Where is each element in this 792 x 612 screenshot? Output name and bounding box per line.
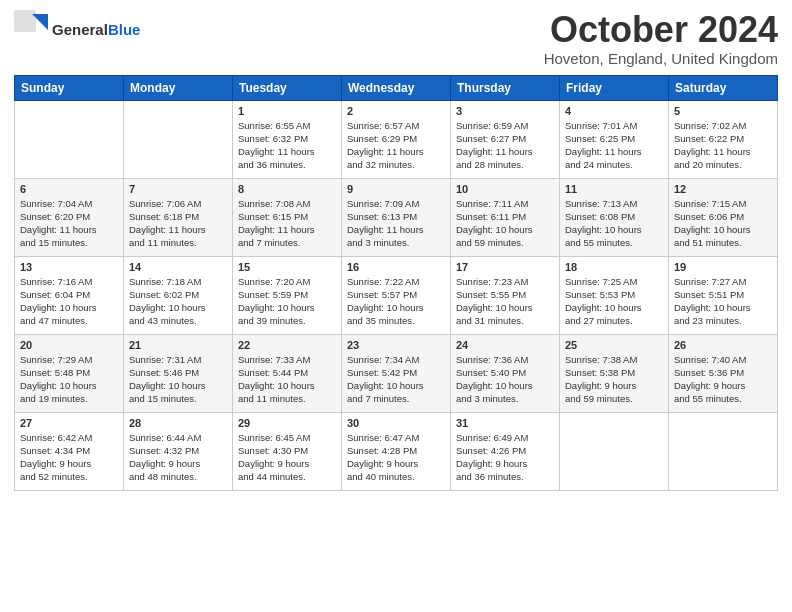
calendar-cell [124, 100, 233, 178]
day-number: 22 [238, 339, 336, 351]
day-info: Sunrise: 6:57 AM Sunset: 6:29 PM Dayligh… [347, 119, 445, 172]
day-info: Sunrise: 7:06 AM Sunset: 6:18 PM Dayligh… [129, 197, 227, 250]
day-number: 20 [20, 339, 118, 351]
day-number: 3 [456, 105, 554, 117]
calendar-cell: 7Sunrise: 7:06 AM Sunset: 6:18 PM Daylig… [124, 178, 233, 256]
day-number: 23 [347, 339, 445, 351]
day-info: Sunrise: 7:34 AM Sunset: 5:42 PM Dayligh… [347, 353, 445, 406]
calendar-week-row: 20Sunrise: 7:29 AM Sunset: 5:48 PM Dayli… [15, 334, 778, 412]
calendar-cell: 26Sunrise: 7:40 AM Sunset: 5:36 PM Dayli… [669, 334, 778, 412]
calendar-cell: 12Sunrise: 7:15 AM Sunset: 6:06 PM Dayli… [669, 178, 778, 256]
calendar-cell: 1Sunrise: 6:55 AM Sunset: 6:32 PM Daylig… [233, 100, 342, 178]
day-number: 12 [674, 183, 772, 195]
calendar-cell: 4Sunrise: 7:01 AM Sunset: 6:25 PM Daylig… [560, 100, 669, 178]
day-info: Sunrise: 7:04 AM Sunset: 6:20 PM Dayligh… [20, 197, 118, 250]
day-number: 15 [238, 261, 336, 273]
calendar-cell: 31Sunrise: 6:49 AM Sunset: 4:26 PM Dayli… [451, 412, 560, 490]
day-info: Sunrise: 6:59 AM Sunset: 6:27 PM Dayligh… [456, 119, 554, 172]
day-number: 29 [238, 417, 336, 429]
calendar-page: GeneralBlue October 2024 Hoveton, Englan… [0, 0, 792, 501]
calendar-cell: 10Sunrise: 7:11 AM Sunset: 6:11 PM Dayli… [451, 178, 560, 256]
day-info: Sunrise: 7:20 AM Sunset: 5:59 PM Dayligh… [238, 275, 336, 328]
day-number: 19 [674, 261, 772, 273]
day-number: 1 [238, 105, 336, 117]
calendar-cell: 23Sunrise: 7:34 AM Sunset: 5:42 PM Dayli… [342, 334, 451, 412]
day-info: Sunrise: 7:38 AM Sunset: 5:38 PM Dayligh… [565, 353, 663, 406]
calendar-cell: 14Sunrise: 7:18 AM Sunset: 6:02 PM Dayli… [124, 256, 233, 334]
calendar-cell [560, 412, 669, 490]
day-info: Sunrise: 7:01 AM Sunset: 6:25 PM Dayligh… [565, 119, 663, 172]
calendar-cell: 27Sunrise: 6:42 AM Sunset: 4:34 PM Dayli… [15, 412, 124, 490]
weekday-header: Monday [124, 75, 233, 100]
day-info: Sunrise: 7:33 AM Sunset: 5:44 PM Dayligh… [238, 353, 336, 406]
day-number: 4 [565, 105, 663, 117]
weekday-header: Tuesday [233, 75, 342, 100]
day-info: Sunrise: 6:45 AM Sunset: 4:30 PM Dayligh… [238, 431, 336, 484]
day-info: Sunrise: 7:40 AM Sunset: 5:36 PM Dayligh… [674, 353, 772, 406]
calendar-table: SundayMondayTuesdayWednesdayThursdayFrid… [14, 75, 778, 491]
day-info: Sunrise: 7:09 AM Sunset: 6:13 PM Dayligh… [347, 197, 445, 250]
day-info: Sunrise: 7:22 AM Sunset: 5:57 PM Dayligh… [347, 275, 445, 328]
day-info: Sunrise: 7:29 AM Sunset: 5:48 PM Dayligh… [20, 353, 118, 406]
calendar-cell: 18Sunrise: 7:25 AM Sunset: 5:53 PM Dayli… [560, 256, 669, 334]
day-number: 27 [20, 417, 118, 429]
title-block: October 2024 Hoveton, England, United Ki… [544, 10, 778, 67]
weekday-header: Saturday [669, 75, 778, 100]
calendar-cell: 21Sunrise: 7:31 AM Sunset: 5:46 PM Dayli… [124, 334, 233, 412]
day-info: Sunrise: 7:18 AM Sunset: 6:02 PM Dayligh… [129, 275, 227, 328]
day-number: 8 [238, 183, 336, 195]
calendar-cell: 2Sunrise: 6:57 AM Sunset: 6:29 PM Daylig… [342, 100, 451, 178]
day-number: 13 [20, 261, 118, 273]
logo-general: General [52, 21, 108, 38]
day-info: Sunrise: 7:08 AM Sunset: 6:15 PM Dayligh… [238, 197, 336, 250]
day-number: 17 [456, 261, 554, 273]
day-info: Sunrise: 6:49 AM Sunset: 4:26 PM Dayligh… [456, 431, 554, 484]
day-number: 2 [347, 105, 445, 117]
day-number: 24 [456, 339, 554, 351]
day-info: Sunrise: 7:11 AM Sunset: 6:11 PM Dayligh… [456, 197, 554, 250]
logo: GeneralBlue [14, 10, 140, 50]
day-info: Sunrise: 6:55 AM Sunset: 6:32 PM Dayligh… [238, 119, 336, 172]
calendar-cell: 6Sunrise: 7:04 AM Sunset: 6:20 PM Daylig… [15, 178, 124, 256]
day-number: 7 [129, 183, 227, 195]
weekday-header: Wednesday [342, 75, 451, 100]
day-info: Sunrise: 7:13 AM Sunset: 6:08 PM Dayligh… [565, 197, 663, 250]
day-number: 6 [20, 183, 118, 195]
weekday-header: Friday [560, 75, 669, 100]
calendar-week-row: 13Sunrise: 7:16 AM Sunset: 6:04 PM Dayli… [15, 256, 778, 334]
header: GeneralBlue October 2024 Hoveton, Englan… [14, 10, 778, 67]
calendar-cell: 24Sunrise: 7:36 AM Sunset: 5:40 PM Dayli… [451, 334, 560, 412]
day-number: 21 [129, 339, 227, 351]
calendar-cell: 20Sunrise: 7:29 AM Sunset: 5:48 PM Dayli… [15, 334, 124, 412]
calendar-cell: 29Sunrise: 6:45 AM Sunset: 4:30 PM Dayli… [233, 412, 342, 490]
day-number: 11 [565, 183, 663, 195]
day-info: Sunrise: 7:15 AM Sunset: 6:06 PM Dayligh… [674, 197, 772, 250]
day-info: Sunrise: 6:47 AM Sunset: 4:28 PM Dayligh… [347, 431, 445, 484]
calendar-cell: 8Sunrise: 7:08 AM Sunset: 6:15 PM Daylig… [233, 178, 342, 256]
calendar-week-row: 1Sunrise: 6:55 AM Sunset: 6:32 PM Daylig… [15, 100, 778, 178]
day-number: 5 [674, 105, 772, 117]
day-number: 30 [347, 417, 445, 429]
day-info: Sunrise: 6:42 AM Sunset: 4:34 PM Dayligh… [20, 431, 118, 484]
calendar-header-row: SundayMondayTuesdayWednesdayThursdayFrid… [15, 75, 778, 100]
weekday-header: Thursday [451, 75, 560, 100]
day-info: Sunrise: 7:31 AM Sunset: 5:46 PM Dayligh… [129, 353, 227, 406]
calendar-cell: 30Sunrise: 6:47 AM Sunset: 4:28 PM Dayli… [342, 412, 451, 490]
location: Hoveton, England, United Kingdom [544, 50, 778, 67]
day-number: 10 [456, 183, 554, 195]
calendar-cell: 28Sunrise: 6:44 AM Sunset: 4:32 PM Dayli… [124, 412, 233, 490]
calendar-cell: 13Sunrise: 7:16 AM Sunset: 6:04 PM Dayli… [15, 256, 124, 334]
calendar-week-row: 6Sunrise: 7:04 AM Sunset: 6:20 PM Daylig… [15, 178, 778, 256]
day-info: Sunrise: 7:27 AM Sunset: 5:51 PM Dayligh… [674, 275, 772, 328]
day-number: 28 [129, 417, 227, 429]
day-info: Sunrise: 6:44 AM Sunset: 4:32 PM Dayligh… [129, 431, 227, 484]
calendar-cell: 17Sunrise: 7:23 AM Sunset: 5:55 PM Dayli… [451, 256, 560, 334]
calendar-cell: 16Sunrise: 7:22 AM Sunset: 5:57 PM Dayli… [342, 256, 451, 334]
day-info: Sunrise: 7:23 AM Sunset: 5:55 PM Dayligh… [456, 275, 554, 328]
day-info: Sunrise: 7:16 AM Sunset: 6:04 PM Dayligh… [20, 275, 118, 328]
month-title: October 2024 [544, 10, 778, 50]
weekday-header: Sunday [15, 75, 124, 100]
day-info: Sunrise: 7:36 AM Sunset: 5:40 PM Dayligh… [456, 353, 554, 406]
day-number: 26 [674, 339, 772, 351]
logo-blue: Blue [108, 21, 141, 38]
